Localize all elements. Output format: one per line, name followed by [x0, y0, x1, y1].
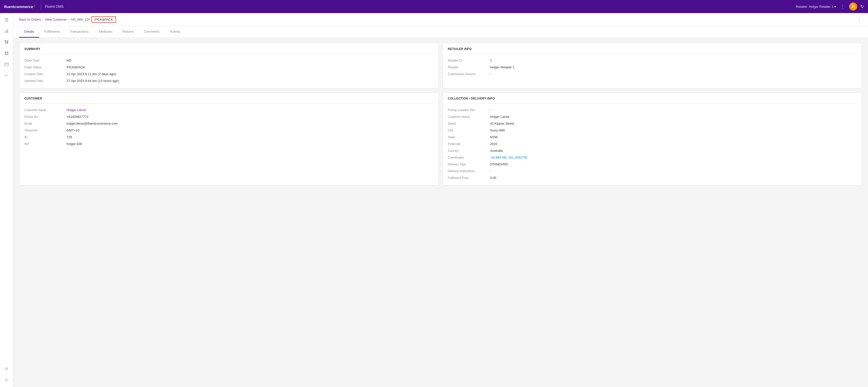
retailer-name-value: Holger Retailer 1 [490, 65, 857, 69]
customer-phone-value: +61404827772 [67, 115, 433, 119]
fluent-commerce-logo-svg: fluentcommerce ≡ [4, 4, 37, 9]
retailer-selector[interactable]: Retailer: Holger Retailer 1 ▾ [796, 5, 836, 8]
summary-order-status-row: Order Status PICK&PACK [24, 64, 433, 70]
summary-card-title: SUMMARY [19, 43, 438, 54]
delivery-coordinates-row: Coordinates -33.884786, 151.2092735 [448, 154, 857, 161]
delivery-street-row: Street 43 Kippax Street [448, 120, 857, 127]
svg-rect-7 [5, 52, 6, 53]
delivery-instructions-row: Delivery Instructions - [448, 168, 857, 174]
delivery-postcode-value: 2010 [490, 142, 857, 146]
delivery-customer-name-label: Customer Name [448, 115, 488, 119]
tab-transactions[interactable]: Transactions [65, 26, 94, 38]
delivery-instructions-value: - [490, 169, 857, 173]
order-status-tag: PICK&PACK [91, 16, 116, 23]
svg-point-5 [5, 43, 6, 44]
retailer-info-body: Retailer ID 1 Retailer Holger Retailer 1… [443, 54, 862, 82]
svg-rect-9 [5, 54, 6, 55]
delivery-street-value: 43 Kippax Street [490, 122, 857, 125]
breadcrumb-more-icon[interactable]: ⋮ [857, 17, 862, 23]
retailer-id-value: 1 [490, 59, 857, 62]
tab-activity[interactable]: Activity [165, 26, 185, 38]
delivery-country-value: Australia [490, 149, 857, 152]
retailer-id-row: Retailer ID 1 [448, 57, 857, 64]
settings-icon[interactable] [1, 375, 11, 385]
collection-delivery-body: Pickup Location Ref - Customer Name Holg… [443, 103, 862, 185]
tab-bar: Details Fulfilments Transactions Attribu… [13, 26, 868, 38]
retailer-name-label: Retailer [448, 66, 488, 69]
commission-amount-value: - [490, 72, 857, 76]
refresh-icon[interactable]: ↻ [860, 4, 864, 9]
app-name: Fluent OMS [45, 4, 64, 8]
fulfillments-icon[interactable] [1, 59, 11, 69]
summary-creation-date-value: 21 Apr 2023 6:11 pm (7 days ago) [67, 72, 433, 76]
customer-card-title: CUSTOMER [19, 93, 438, 103]
svg-rect-8 [7, 52, 8, 53]
tab-fulfilments[interactable]: Fulfilments [39, 26, 65, 38]
svg-rect-4 [7, 29, 8, 33]
rules-icon[interactable] [1, 364, 11, 374]
pickup-location-ref-row: Pickup Location Ref - [448, 107, 857, 113]
menu-toggle-icon[interactable]: ☰ [1, 15, 11, 25]
breadcrumb-bar: Back to Orders / View Customer / HD_889_… [13, 13, 868, 26]
tab-details[interactable]: Details [19, 26, 39, 38]
tab-comments[interactable]: Comments [139, 26, 165, 38]
delivery-country-row: Country Australia [448, 147, 857, 154]
summary-body: Order Type HD Order Status PICK&PACK Cre… [19, 54, 438, 88]
products-icon[interactable] [1, 48, 11, 58]
commission-amount-label: Commission Amount [448, 72, 488, 76]
customer-name-value[interactable]: Holger Lierse [67, 108, 433, 112]
collection-delivery-title: COLLECTION / DELIVERY INFO [443, 93, 862, 103]
left-sidebar: ☰ [0, 13, 13, 387]
summary-order-status-value: PICK&PACK [67, 65, 433, 69]
reports-icon[interactable] [1, 70, 11, 81]
tab-attributes[interactable]: Attributes [94, 26, 118, 38]
svg-rect-11 [4, 63, 8, 66]
delivery-city-label: City [448, 129, 488, 132]
customer-timezone-label: Timezone [24, 129, 65, 132]
delivery-type-row: Delivery Type STANDARD [448, 161, 857, 168]
order-id: HD_889_124 [71, 18, 90, 21]
delivery-customer-name-value: Holger Lierse [490, 115, 857, 119]
customer-id-value: 729 [67, 135, 433, 139]
back-to-orders-link[interactable]: Back to Orders [19, 18, 41, 21]
delivery-street-label: Street [448, 122, 488, 125]
customer-name-row: Customer Name Holger Lierse [24, 107, 433, 113]
breadcrumb-sep-1: / [42, 18, 43, 21]
svg-rect-10 [7, 54, 8, 55]
collection-delivery-card: COLLECTION / DELIVERY INFO Pickup Locati… [442, 92, 862, 185]
customer-timezone-value: GMT+10 [67, 128, 433, 132]
delivery-type-label: Delivery Type [448, 162, 488, 166]
customer-phone-row: Phone No. +61404827772 [24, 113, 433, 120]
customer-ref-row: Ref holger:100 [24, 141, 433, 147]
customer-email-row: Email holger.lierse@fluentcommerce.com [24, 120, 433, 127]
fulfilment-price-row: Fulfilment Price 0.00 [448, 174, 857, 181]
svg-rect-2 [5, 31, 5, 33]
summary-order-type-value: HD [67, 59, 433, 62]
customer-ref-value: holger:100 [67, 142, 433, 146]
breadcrumb: Back to Orders / View Customer / HD_889_… [19, 16, 857, 23]
summary-creation-date-row: Creation Date 21 Apr 2023 6:11 pm (7 day… [24, 70, 433, 78]
summary-order-status-label: Order Status [24, 66, 65, 69]
chevron-down-icon: ▾ [834, 5, 836, 8]
avatar[interactable]: H [849, 2, 857, 10]
analytics-icon[interactable] [1, 26, 11, 36]
summary-updated-date-row: Updated Date 27 Apr 2023 8:44 pm (13 hou… [24, 78, 433, 84]
delivery-postcode-label: Postcode [448, 142, 488, 146]
tab-returns[interactable]: Returns [117, 26, 139, 38]
delivery-coordinates-label: Coordinates [448, 156, 488, 159]
more-options-icon[interactable]: ⋮ [839, 3, 846, 9]
delivery-state-row: State NSW [448, 134, 857, 141]
view-customer-link[interactable]: View Customer [45, 18, 67, 21]
customer-email-value: holger.lierse@fluentcommerce.com [67, 122, 433, 125]
breadcrumb-sep-2: / [68, 18, 69, 21]
customer-timezone-row: Timezone GMT+10 [24, 127, 433, 134]
commission-amount-row: Commission Amount - [448, 70, 857, 78]
pickup-location-ref-value: - [490, 108, 857, 112]
delivery-coordinates-value[interactable]: -33.884786, 151.2092735 [490, 155, 857, 159]
retailer-name-row: Retailer Holger Retailer 1 [448, 64, 857, 70]
logo: fluentcommerce ≡ [4, 4, 37, 9]
delivery-postcode-row: Postcode 2010 [448, 141, 857, 147]
retailer-info-card: RETAILER INFO Retailer ID 1 Retailer Hol… [442, 43, 862, 88]
summary-card: SUMMARY Order Type HD Order Status PICK&… [19, 43, 438, 88]
orders-icon[interactable] [1, 37, 11, 47]
